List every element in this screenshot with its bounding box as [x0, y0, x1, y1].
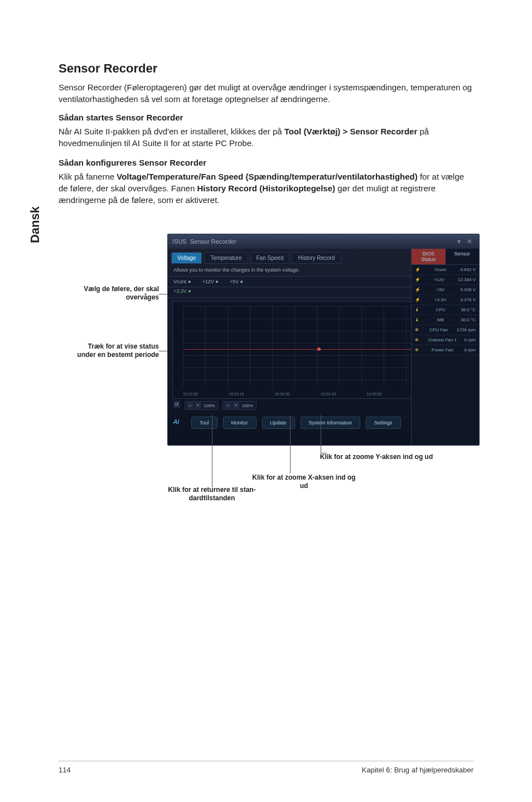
zoom-x-out-button[interactable]: −	[187, 402, 194, 409]
section-config-heading: Sådan konfigureres Sensor Recorder	[59, 158, 473, 167]
config-text-bold2: History Record (Historikoptegelse)	[197, 183, 335, 193]
page-body: Sensor Recorder Sensor Recorder (Følerop…	[0, 0, 532, 524]
start-text-bold: Tool (Værktøj) > Sensor Recorder	[284, 127, 418, 136]
sensor-row: ⚡+5V5.208 V	[412, 285, 479, 295]
sensor-row: ⚡+12V12.384 V	[412, 275, 479, 285]
sensor-row: ⚡+3.3V3.376 V	[412, 295, 479, 305]
sensor-name: CPU Fan	[429, 327, 448, 332]
sensor-side-panel: BIOS Status Sensor ⚡Vcore0.892 V ⚡+12V12…	[411, 249, 479, 445]
window-title: Sensor Recorder	[190, 238, 236, 245]
zoom-y-group: − + 100%	[223, 401, 256, 410]
side-tab-sensor[interactable]: Sensor	[446, 249, 480, 264]
sensor-value: 3.376 V	[460, 297, 476, 302]
zoom-x-in-button[interactable]: +	[195, 402, 201, 409]
zoom-y-out-button[interactable]: −	[225, 402, 231, 409]
sensor-name: Chassis Fan 1	[428, 337, 457, 342]
sensor-name: CPU	[436, 307, 446, 312]
zoom-x-value: 100%	[202, 403, 216, 408]
sensor-row: 🌡CPU36.0 °C	[412, 305, 479, 315]
chip-12v[interactable]: +12V ●	[202, 279, 218, 284]
brand-logo: /SUS	[172, 238, 187, 245]
callout-reset-default: Klik for at returnere til stan­dardtilst…	[162, 486, 262, 503]
xtick: 16:54:00	[275, 392, 290, 396]
sensor-name: Vcore	[434, 267, 446, 272]
callout-zoom-x: Klik for at zoome X-aksen ind og ud	[248, 474, 360, 490]
sensor-value: 0 rpm	[465, 347, 476, 352]
sensor-recorder-window: /SUS Sensor Recorder ▾ ✕ Voltage Tempera…	[167, 234, 480, 446]
zoom-x-group: − + 100%	[185, 401, 218, 410]
chip-vcore[interactable]: Vcore ●	[173, 279, 191, 284]
section-start-heading: Sådan startes Sensor Recorder	[59, 113, 473, 122]
sensor-value: 36.0 °C	[461, 307, 476, 312]
sensor-name: Power Fan	[432, 347, 453, 352]
config-text-pre: Klik på fanerne	[59, 172, 117, 181]
sensor-row: ⚡Vcore0.892 V	[412, 265, 479, 275]
page-number: 114	[59, 766, 71, 774]
tab-fan-speed[interactable]: Fan Speed	[250, 252, 290, 264]
leader-line	[212, 415, 212, 487]
tool-button[interactable]: Tool	[191, 417, 217, 429]
sensor-value: 0 rpm	[465, 337, 476, 342]
xtick: 16:53:10	[229, 392, 244, 396]
fan-icon: ✲	[415, 327, 420, 332]
start-text-pre: Når AI Suite II-pakken på dvd'en er inst…	[59, 127, 284, 136]
xtick: 16:55:00	[366, 392, 381, 396]
leader-line	[321, 415, 321, 453]
sensor-value: 30.0 °C	[461, 317, 476, 322]
sensor-row: 🌡MB30.0 °C	[412, 315, 479, 325]
zoom-reset-icon[interactable]: ↺	[173, 401, 180, 408]
sensor-row: ✲Chassis Fan 10 rpm	[412, 335, 479, 345]
tab-temperature[interactable]: Temperature	[204, 252, 248, 264]
config-text-bold1: Voltage/Temperature/Fan Speed (Spænding/…	[117, 172, 418, 181]
callout-drag-status: Træk for at vise status under en bestemt…	[70, 342, 159, 359]
sensor-name: MB	[437, 317, 444, 322]
bolt-icon: ⚡	[415, 297, 420, 302]
fan-icon: ✲	[415, 337, 420, 342]
leader-line	[321, 453, 326, 453]
leader-line	[290, 415, 291, 474]
thermometer-icon: 🌡	[415, 317, 420, 322]
system-information-button[interactable]: System Information	[301, 417, 361, 429]
sensor-value: 0.892 V	[460, 267, 476, 272]
monitor-button[interactable]: Monitor	[223, 417, 257, 429]
callout-zoom-y: Klik for at zoome Y-aksen ind og ud	[301, 453, 452, 461]
tab-voltage[interactable]: Voltage	[171, 252, 202, 264]
fan-icon: ✲	[415, 347, 420, 352]
ai-suite-icon[interactable]: AI	[173, 418, 186, 427]
sensor-value: 12.384 V	[458, 277, 476, 282]
sensor-name: +3.3V	[434, 297, 446, 302]
thermometer-icon: 🌡	[415, 307, 420, 312]
sensor-name: +12V	[434, 277, 444, 282]
intro-paragraph: Sensor Recorder (Føleroptageren) gør det…	[59, 81, 473, 105]
window-controls[interactable]: ▾ ✕	[457, 238, 475, 245]
xtick: 16:54:10	[321, 392, 336, 396]
bolt-icon: ⚡	[415, 287, 420, 292]
side-language-tab: Dansk	[28, 206, 42, 243]
sensor-value: 5.208 V	[460, 287, 476, 292]
page-title: Sensor Recorder	[59, 61, 473, 76]
page-footer: 114 Kapitel 6: Brug af hjælperedskaber	[59, 761, 473, 774]
sensor-name: +5V	[436, 287, 444, 292]
bolt-icon: ⚡	[415, 267, 420, 272]
section-start-body: Når AI Suite II-pakken på dvd'en er inst…	[59, 125, 473, 149]
bolt-icon: ⚡	[415, 277, 420, 282]
zoom-y-value: 100%	[240, 403, 254, 408]
sensor-value: 1726 rpm	[457, 327, 476, 332]
zoom-y-in-button[interactable]: +	[233, 402, 239, 409]
chip-5v[interactable]: +5V ●	[230, 279, 243, 284]
sensor-row: ✲Power Fan0 rpm	[412, 345, 479, 355]
section-config-body: Klik på fanerne Voltage/Temperature/Fan …	[59, 171, 473, 206]
settings-button[interactable]: Settings	[366, 417, 401, 429]
sensor-row: ✲CPU Fan1726 rpm	[412, 325, 479, 335]
xtick: 16:53:00	[183, 392, 198, 396]
callout-select-sensors: Vælg de følere, der skal over­våges	[70, 285, 159, 302]
chapter-label: Kapitel 6: Brug af hjælperedskaber	[362, 766, 473, 774]
side-tab-bios[interactable]: BIOS Status	[412, 249, 446, 264]
side-panel-header: BIOS Status Sensor	[412, 249, 479, 265]
diagram: Vælg de følere, der skal over­våges Træk…	[70, 234, 473, 524]
tab-history-record[interactable]: History Record	[292, 252, 341, 264]
window-titlebar: /SUS Sensor Recorder ▾ ✕	[168, 234, 479, 249]
